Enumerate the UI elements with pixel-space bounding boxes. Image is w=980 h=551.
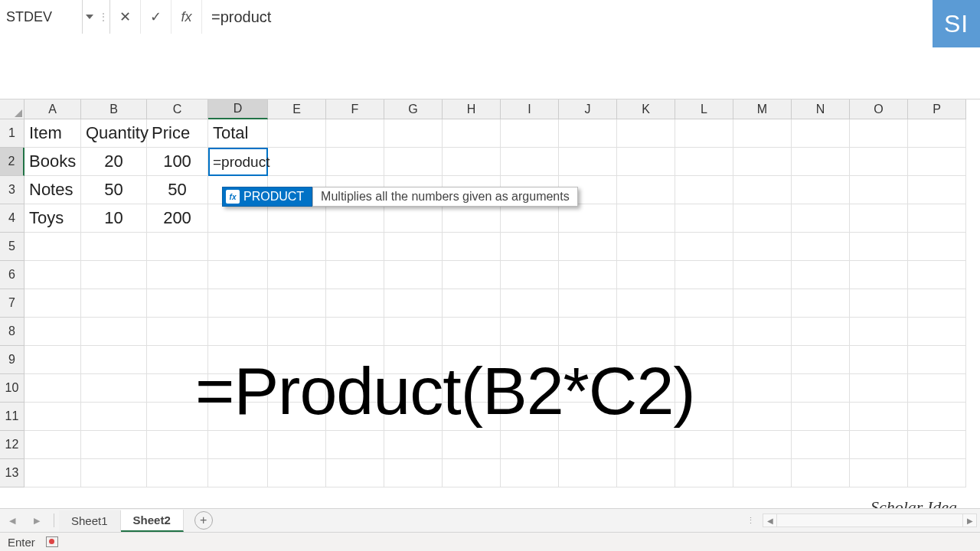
row-header-1[interactable]: 1 (0, 119, 24, 148)
cell[interactable] (617, 148, 675, 176)
cell[interactable] (326, 119, 384, 148)
cell[interactable] (617, 459, 675, 487)
cell[interactable] (326, 148, 384, 176)
cell[interactable] (147, 289, 208, 318)
name-box-dropdown[interactable] (83, 0, 96, 34)
scroll-left-icon[interactable]: ◀ (763, 514, 777, 527)
cell[interactable] (501, 119, 559, 148)
row-header-12[interactable]: 12 (0, 431, 24, 459)
col-header-E[interactable]: E (268, 99, 326, 119)
cell[interactable] (850, 233, 908, 261)
cell[interactable] (443, 431, 501, 459)
cell[interactable] (908, 204, 966, 233)
cell[interactable] (617, 318, 675, 346)
cell[interactable] (147, 459, 208, 487)
cell[interactable] (850, 431, 908, 459)
cell[interactable] (559, 204, 617, 233)
cell[interactable] (850, 261, 908, 289)
cell[interactable] (617, 176, 675, 204)
cell[interactable] (501, 148, 559, 176)
cell[interactable] (850, 289, 908, 318)
cell[interactable] (908, 233, 966, 261)
add-sheet-button[interactable]: + (194, 511, 213, 530)
cell[interactable] (81, 289, 147, 318)
col-header-C[interactable]: C (147, 99, 208, 119)
cell[interactable] (733, 148, 792, 176)
cancel-button[interactable]: ✕ (110, 0, 141, 34)
col-header-J[interactable]: J (559, 99, 617, 119)
cell[interactable] (908, 119, 966, 148)
tab-sheet2[interactable]: Sheet2 (121, 510, 184, 532)
tab-scroll-right[interactable]: ▶ (29, 513, 44, 528)
col-header-F[interactable]: F (326, 99, 384, 119)
cell[interactable] (792, 261, 850, 289)
cell-A3[interactable]: Notes (24, 176, 81, 204)
cell[interactable] (208, 289, 268, 318)
cell[interactable] (326, 318, 384, 346)
cell[interactable] (208, 233, 268, 261)
cell[interactable] (326, 204, 384, 233)
cell[interactable] (559, 431, 617, 459)
cell[interactable] (81, 374, 147, 403)
cell[interactable] (733, 261, 792, 289)
cell[interactable] (81, 261, 147, 289)
cell[interactable] (733, 346, 792, 374)
cell[interactable] (850, 459, 908, 487)
cell[interactable] (792, 204, 850, 233)
cell[interactable] (675, 431, 733, 459)
cell[interactable] (24, 403, 81, 431)
cell[interactable] (24, 346, 81, 374)
cell[interactable] (675, 459, 733, 487)
row-header-2[interactable]: 2 (0, 148, 24, 176)
cell[interactable] (147, 431, 208, 459)
cell[interactable] (617, 119, 675, 148)
cell[interactable] (24, 233, 81, 261)
row-header-3[interactable]: 3 (0, 176, 24, 204)
cell[interactable] (733, 119, 792, 148)
cell-A4[interactable]: Toys (24, 204, 81, 233)
cell[interactable] (675, 233, 733, 261)
cell[interactable] (850, 318, 908, 346)
row-header-7[interactable]: 7 (0, 289, 24, 318)
cell[interactable] (559, 261, 617, 289)
cell-B1[interactable]: Quantity (81, 119, 147, 148)
cell[interactable] (559, 233, 617, 261)
cell[interactable] (792, 346, 850, 374)
enter-button[interactable]: ✓ (141, 0, 172, 34)
cell[interactable] (501, 204, 559, 233)
col-header-O[interactable]: O (850, 99, 908, 119)
cell[interactable] (908, 176, 966, 204)
cell[interactable] (24, 318, 81, 346)
cell[interactable] (24, 459, 81, 487)
cell[interactable] (792, 318, 850, 346)
cell[interactable] (675, 318, 733, 346)
cell[interactable] (559, 148, 617, 176)
cell[interactable] (268, 289, 326, 318)
cell-B4[interactable]: 10 (81, 204, 147, 233)
cell[interactable] (384, 289, 443, 318)
col-header-L[interactable]: L (675, 99, 733, 119)
cell[interactable] (733, 289, 792, 318)
cell[interactable] (268, 459, 326, 487)
select-all-corner[interactable] (0, 99, 24, 119)
cell[interactable] (384, 233, 443, 261)
cell[interactable] (384, 148, 443, 176)
cell[interactable] (792, 233, 850, 261)
cell[interactable] (792, 459, 850, 487)
cell[interactable] (850, 119, 908, 148)
col-header-B[interactable]: B (81, 99, 147, 119)
cell[interactable] (733, 176, 792, 204)
scroll-right-icon[interactable]: ▶ (962, 514, 976, 527)
cell[interactable] (384, 204, 443, 233)
cell[interactable] (675, 119, 733, 148)
cell[interactable] (443, 261, 501, 289)
cell[interactable] (147, 261, 208, 289)
tab-menu[interactable]: ⋮ (743, 513, 758, 528)
col-header-K[interactable]: K (617, 99, 675, 119)
cell[interactable] (850, 346, 908, 374)
cell[interactable] (908, 374, 966, 403)
cell[interactable] (384, 431, 443, 459)
cell[interactable] (81, 346, 147, 374)
cell[interactable] (850, 403, 908, 431)
cell[interactable] (908, 318, 966, 346)
